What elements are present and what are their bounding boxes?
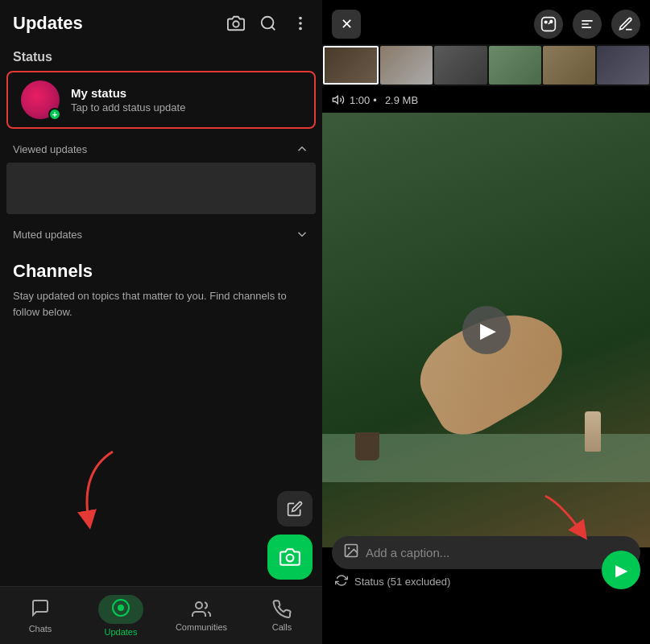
communities-icon	[192, 600, 211, 619]
communities-nav-label: Communities	[176, 622, 227, 632]
flower-pot-decoration	[355, 432, 379, 460]
svg-point-12	[550, 20, 553, 23]
search-icon	[259, 14, 277, 32]
status-sync-icon	[335, 574, 348, 587]
viewed-updates-row[interactable]: Viewed updates	[0, 135, 322, 163]
video-preview: ▶	[322, 113, 650, 547]
my-status-name: My status	[71, 86, 301, 100]
media-duration: 1:00	[350, 94, 370, 106]
close-icon: ✕	[341, 15, 353, 33]
my-status-subtitle: Tap to add status update	[71, 101, 301, 114]
svg-point-15	[348, 547, 350, 550]
svg-point-6	[287, 555, 294, 562]
play-icon: ▶	[480, 318, 496, 343]
svg-line-2	[271, 27, 275, 30]
status-circle-icon	[335, 574, 348, 589]
thumbnail-1[interactable]	[323, 46, 379, 85]
chats-icon-wrapper	[31, 598, 50, 621]
caption-placeholder-text: Add a caption...	[366, 546, 449, 559]
channels-description: Stay updated on topics that matter to yo…	[13, 288, 309, 320]
viewed-updates-content	[6, 163, 316, 214]
bottom-nav: Chats Updates Communities Calls	[0, 586, 322, 644]
right-top-right	[534, 10, 640, 39]
svg-point-5	[299, 27, 302, 31]
expand-icon	[295, 227, 309, 242]
camera-icon	[227, 14, 245, 32]
right-top-bar: ✕	[322, 0, 650, 45]
status-row: Status (51 excluded)	[332, 574, 640, 589]
text-icon	[579, 16, 595, 32]
bottle-decoration	[585, 411, 601, 452]
pencil-fab-button[interactable]	[277, 491, 313, 526]
muted-updates-row[interactable]: Muted updates	[0, 221, 322, 248]
camera-fab-icon	[279, 547, 300, 568]
draw-icon	[618, 16, 634, 32]
thumbnail-6[interactable]	[597, 46, 649, 85]
avatar: +	[21, 80, 60, 119]
camera-icon-btn[interactable]	[227, 14, 245, 32]
nav-item-chats[interactable]: Chats	[0, 592, 81, 640]
camera-fab-button[interactable]	[267, 535, 313, 580]
viewed-updates-label: Viewed updates	[13, 143, 87, 155]
svg-point-1	[262, 17, 274, 29]
header-icons	[227, 14, 309, 32]
channels-section: Channels Stay updated on topics that mat…	[0, 248, 322, 326]
nav-item-communities[interactable]: Communities	[161, 593, 242, 638]
text-icon-btn[interactable]	[573, 10, 602, 39]
pencil-icon	[287, 501, 303, 517]
search-icon-btn[interactable]	[259, 14, 277, 32]
chats-nav-label: Chats	[29, 624, 52, 634]
chats-icon	[31, 598, 50, 617]
menu-icon-btn[interactable]	[292, 14, 309, 32]
left-panel: Updates Status + My status Tap to add st…	[0, 0, 322, 644]
video-background: ▶	[322, 113, 650, 547]
caption-area: Add a caption... Status (51 excluded)	[322, 530, 650, 596]
my-status-item[interactable]: + My status Tap to add status update	[6, 71, 316, 129]
draw-icon-btn[interactable]	[611, 10, 640, 39]
fab-area	[267, 491, 313, 580]
image-caption-icon	[343, 543, 359, 559]
thumbnail-strip	[322, 44, 650, 86]
calls-nav-label: Calls	[272, 622, 292, 632]
media-separator: •	[373, 94, 377, 106]
red-arrow-left	[64, 448, 129, 531]
media-size: 2.9 MB	[385, 94, 418, 106]
volume-icon	[332, 93, 345, 106]
calls-icon	[272, 600, 292, 619]
caption-input-row[interactable]: Add a caption...	[332, 536, 640, 569]
play-button[interactable]: ▶	[462, 306, 511, 354]
thumbnail-5[interactable]	[543, 46, 595, 85]
right-panel: ✕ 1:00 • 2.9 MB	[322, 0, 650, 644]
sticker-icon-btn[interactable]	[534, 10, 563, 39]
right-top-left: ✕	[332, 10, 361, 39]
svg-marker-13	[333, 96, 337, 103]
send-icon: ▶	[615, 560, 627, 580]
updates-icon-wrapper	[98, 595, 143, 624]
svg-point-8	[118, 605, 123, 610]
send-button[interactable]: ▶	[602, 551, 640, 589]
left-header: Updates	[0, 0, 322, 40]
muted-updates-label: Muted updates	[13, 229, 82, 241]
updates-icon	[111, 598, 130, 617]
thumbnail-2[interactable]	[380, 46, 433, 85]
media-info-bar: 1:00 • 2.9 MB	[322, 90, 650, 109]
status-section-label: Status	[0, 40, 322, 71]
nav-item-calls[interactable]: Calls	[242, 593, 322, 638]
thumbnail-3[interactable]	[434, 46, 486, 85]
svg-point-4	[299, 22, 302, 25]
svg-point-11	[544, 21, 547, 23]
my-status-text: My status Tap to add status update	[71, 86, 301, 114]
nav-item-updates[interactable]: Updates	[81, 588, 161, 643]
close-button[interactable]: ✕	[332, 10, 361, 39]
sticker-icon	[540, 16, 557, 32]
menu-dots-icon	[292, 14, 309, 32]
svg-point-3	[299, 17, 302, 20]
caption-media-icon	[343, 543, 359, 563]
red-arrow-left-svg	[64, 448, 129, 528]
page-title: Updates	[13, 13, 83, 34]
status-exclusion-text: Status (51 excluded)	[354, 576, 450, 588]
channels-title: Channels	[13, 261, 309, 282]
thumbnail-4[interactable]	[489, 46, 541, 85]
svg-point-9	[196, 602, 202, 609]
svg-point-0	[233, 21, 238, 27]
